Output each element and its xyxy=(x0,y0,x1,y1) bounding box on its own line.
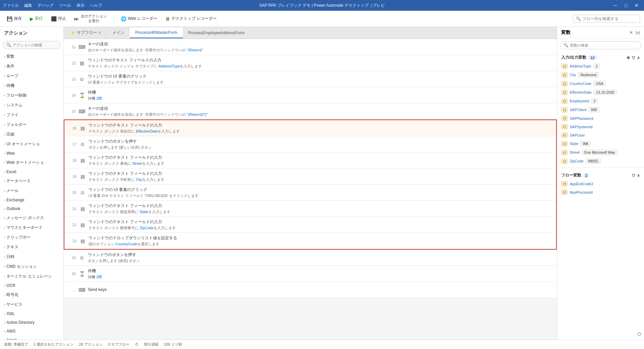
action-row-13[interactable]: 13 ⊙ ウィンドウの UI 要素のクリック UI 要素インフォ サブタイプをク… xyxy=(64,71,557,87)
sidebar-item-outlook[interactable]: ›Outlook xyxy=(0,204,63,213)
action-row-24[interactable]: 24 ⊙ ウィンドウのボタンを押す ボタンを押します [保存] ボタン xyxy=(64,250,557,266)
sidebar-item-変数[interactable]: ›変数 xyxy=(0,52,63,61)
save-button[interactable]: 💾 保存 xyxy=(4,14,24,23)
action-row-20[interactable]: 20 ⊙ ウィンドウの UI 要素のクリック UI 要素 GUI テキスト フィ… xyxy=(64,185,556,201)
action-row-16[interactable]: 16 ▤ ウィンドウのテキスト フィールドの入力 テキスト ボックス 有効日に … xyxy=(64,120,556,136)
sidebar-item-メール[interactable]: ›メール xyxy=(0,186,63,196)
sidebar-item-aws[interactable]: ›AWS xyxy=(0,327,63,336)
tab-process-employee[interactable]: ProcessEmployeeAddressForm xyxy=(183,28,250,38)
add-io-var-icon[interactable]: ⊕ xyxy=(627,55,630,60)
sidebar-item-テキス[interactable]: ›テキス xyxy=(0,242,63,252)
collapse-flow-vars-icon[interactable]: ∧ xyxy=(637,173,640,178)
io-var-city[interactable]: x} City Redmond xyxy=(557,70,644,79)
sidebar-item-待機[interactable]: ›待機 xyxy=(0,81,63,91)
sidebar-item-xml[interactable]: ›XML xyxy=(0,309,63,318)
sidebar-item-データベース[interactable]: ›データベース xyxy=(0,176,63,186)
maximize-button[interactable]: □ xyxy=(621,1,631,10)
sidebar-item-webオートメーショ[interactable]: ›Web オートメーショ xyxy=(0,158,63,167)
menu-file[interactable]: ファイル xyxy=(3,3,19,8)
desc-link[interactable]: Street xyxy=(132,161,142,165)
sidebar-item-サービス[interactable]: ›サービス xyxy=(0,300,63,309)
sidebar-item-uiオートメーショ[interactable]: ›UI オートメーショ xyxy=(0,139,63,149)
desc-link[interactable]: "{Return}" xyxy=(187,48,203,52)
action-row-21[interactable]: 21 ▤ ウィンドウのテキスト フィールドの入力 テキスト ボックス 都道府県に… xyxy=(64,201,556,217)
sidebar-item-暗号化[interactable]: ›暗号化 xyxy=(0,290,63,300)
io-var-zipcode[interactable]: x} ZipCode 98052 xyxy=(557,157,644,165)
filter-flow-vars-icon[interactable]: ▽ xyxy=(632,173,635,178)
io-var-addresstype[interactable]: x} AddressType 2 xyxy=(557,62,644,70)
flow-var-appexitcode2[interactable]: x} AppExitCode2 xyxy=(557,180,644,188)
desc-link[interactable]: AddressType xyxy=(158,64,180,68)
desc-link[interactable]: "{Return}{Y}" xyxy=(187,112,208,116)
variables-search-input[interactable] xyxy=(570,43,624,47)
filter-io-vars-icon[interactable]: ▽ xyxy=(632,55,635,60)
desc-link[interactable]: ZipCode xyxy=(140,226,154,230)
io-var-sappassword[interactable]: x} SAPPassword xyxy=(557,114,644,122)
io-var-effectivedate[interactable]: x} EffectiveDate 13.10.2020 xyxy=(557,88,644,97)
menu-view[interactable]: 表示 xyxy=(76,3,85,8)
action-row-18[interactable]: 18 ▤ ウィンドウのテキスト フィールドの入力 テキスト ボックス 番地に S… xyxy=(64,152,556,168)
sidebar-item-ループ[interactable]: ›ループ xyxy=(0,71,63,81)
collapse-io-vars-icon[interactable]: ∧ xyxy=(637,55,640,60)
sidebar-item-圧縮[interactable]: ›圧縮 xyxy=(0,130,63,139)
action-row-25[interactable]: 25 ⌛ 待機 待機 2間 xyxy=(64,266,557,282)
close-variables-icon[interactable]: ✕ xyxy=(630,30,633,35)
next-action-button[interactable]: ⏭ 次のアクションを実行 xyxy=(71,13,110,24)
stop-button[interactable]: ⬛ 停止 xyxy=(48,14,69,23)
sidebar-item-条件[interactable]: ›条件 xyxy=(0,61,63,71)
expand-variables-icon[interactable]: {x} xyxy=(636,31,640,35)
sidebar-item-exchange[interactable]: ›Exchange xyxy=(0,196,63,204)
sidebar-item-ファイ[interactable]: ›ファイ xyxy=(0,110,63,120)
desktop-recorder-button[interactable]: 🖥 デスクトップ レコーダー xyxy=(163,14,219,23)
sidebar-item-マウスとキーボード[interactable]: ›マウスとキーボード xyxy=(0,223,63,233)
run-button[interactable]: ▶ 実行 xyxy=(27,14,46,23)
io-var-street[interactable]: x} Street One Microsoft Way xyxy=(557,148,644,157)
sidebar-item-日時[interactable]: ›日時 xyxy=(0,252,63,262)
flow-var-appprocessid[interactable]: x} AppProcessId xyxy=(557,188,644,196)
flow-search-input[interactable] xyxy=(582,16,636,21)
io-var-sapuser[interactable]: x} SAPUser xyxy=(557,131,644,139)
menu-tools[interactable]: ツール xyxy=(59,3,71,8)
sidebar-item-フォルダー[interactable]: ›フォルダー xyxy=(0,120,63,130)
wait-link[interactable]: 2間 xyxy=(96,275,102,279)
desc-link[interactable]: State xyxy=(140,210,148,214)
desc-link[interactable]: City xyxy=(136,178,142,182)
sidebar-item-azure[interactable]: ›Azure xyxy=(0,336,63,340)
sidebar-item-フロー制御[interactable]: ›フロー制御 xyxy=(0,91,63,100)
sidebar-item-ocr[interactable]: ›OCR xyxy=(0,281,63,290)
wait-link[interactable]: 2間 xyxy=(96,96,102,100)
subflow-button[interactable]: ⚡ サブフロー ∨ xyxy=(66,28,105,38)
action-row-23[interactable]: 23 ▤ ウィンドウのドロップダウンリスト値を設定する 国のオプション Coun… xyxy=(64,233,556,249)
tab-process-hr[interactable]: ProcessHRMasterForm xyxy=(130,28,182,38)
sidebar-item-ターミナルエミュレーシ[interactable]: ›ターミナル エミュレーシ xyxy=(0,271,63,281)
action-row-22[interactable]: 22 ▤ ウィンドウのテキスト フィールドの入力 テキスト ボックス 郵便番号に… xyxy=(64,217,556,233)
menu-debug[interactable]: デバッグ xyxy=(38,3,54,8)
action-row-11[interactable]: 11 ⌨ キーの送信 次のキーボード操作を送信します: 作業中のウィンドウへの … xyxy=(64,39,557,55)
desc-link[interactable]: CountryCode xyxy=(115,242,137,246)
sidebar-item-web[interactable]: ›Web xyxy=(0,149,63,158)
action-row-12[interactable]: 12 ▤ ウィンドウのテキスト フィールドの入力 テキスト ボックス インフォ … xyxy=(64,55,557,71)
desc-link[interactable]: EffectiveDate xyxy=(136,129,158,133)
menu-help[interactable]: ヘルプ xyxy=(90,3,102,8)
sidebar-item-メッセージボックス[interactable]: ›メッセージ ボックス xyxy=(0,213,63,223)
action-row-14[interactable]: 14 ⌛ 待機 待機 2間 xyxy=(64,87,557,103)
web-recorder-button[interactable]: 🌐 Web レコーダー xyxy=(118,14,160,23)
actions-search-input[interactable] xyxy=(13,43,53,47)
sidebar-item-クリップボー[interactable]: ›クリップボー xyxy=(0,233,63,242)
action-row-19[interactable]: 19 ▤ ウィンドウのテキスト フィールドの入力 テキスト ボックス 市町村に … xyxy=(64,168,556,185)
io-var-countrycode[interactable]: x} CountryCode USA xyxy=(557,79,644,88)
vars-footer-icon[interactable]: ◇ xyxy=(637,331,641,337)
io-var-employeeid[interactable]: x} EmployeeId 2 xyxy=(557,97,644,105)
io-var-sapsystemid[interactable]: x} SAPSystemId xyxy=(557,122,644,131)
action-row-...[interactable]: ... ⌨ Send keys xyxy=(64,282,557,298)
action-row-15[interactable]: 15 ⌨ キーの送信 次のキーボード操作を送信します: 作業中のウィンドウへの … xyxy=(64,103,557,119)
sidebar-item-cmdセッション[interactable]: ›CMD セッション xyxy=(0,262,63,271)
tab-main[interactable]: メイン xyxy=(107,27,130,38)
sidebar-item-activedirectory[interactable]: ›Active Directory xyxy=(0,318,63,327)
minimize-button[interactable]: ─ xyxy=(610,1,620,10)
close-button[interactable]: ✕ xyxy=(632,1,641,10)
sidebar-item-システム[interactable]: ›システム xyxy=(0,100,63,110)
menu-edit[interactable]: 編集 xyxy=(24,3,32,8)
sidebar-item-excel[interactable]: ›Excel xyxy=(0,167,63,176)
flow-search[interactable]: 🔍 xyxy=(573,15,640,23)
